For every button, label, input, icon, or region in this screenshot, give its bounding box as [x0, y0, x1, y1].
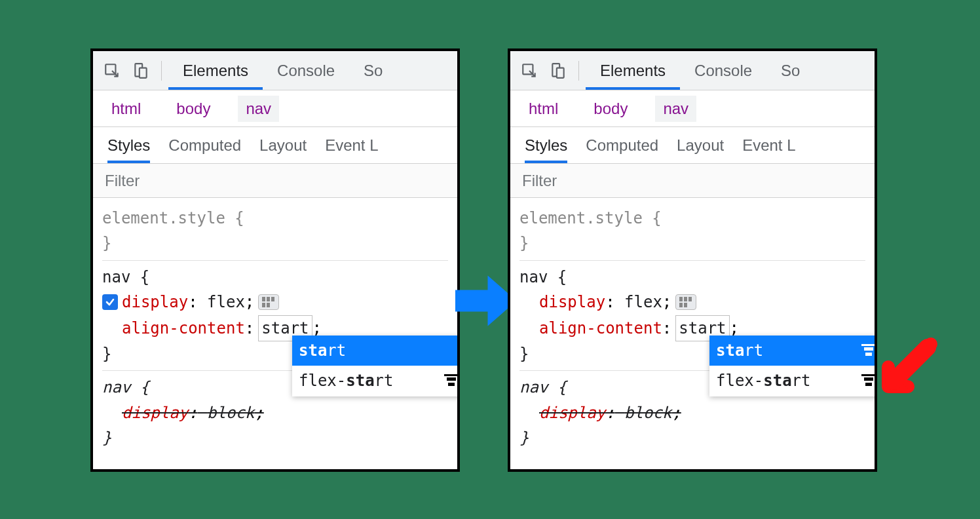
- filter-input[interactable]: Filter: [522, 172, 557, 190]
- suggestion-start[interactable]: start: [292, 336, 460, 366]
- suggestion-flex-start[interactable]: flex-start: [709, 366, 877, 396]
- align-start-icon: [861, 344, 876, 357]
- subtab-computed[interactable]: Computed: [168, 127, 241, 163]
- device-toggle-icon[interactable]: [550, 62, 567, 79]
- subtab-eventlisteners-truncated[interactable]: Event L: [325, 127, 378, 163]
- tab-sources-truncated[interactable]: So: [349, 51, 397, 90]
- breadcrumb: html body nav: [510, 90, 875, 127]
- rule-nav-1[interactable]: nav { display: flex; align-content: star…: [102, 261, 448, 372]
- crumb-body[interactable]: body: [168, 96, 218, 122]
- prop-display[interactable]: display: flex;: [519, 290, 865, 315]
- rule-nav-1[interactable]: nav { display: flex; align-content: star…: [519, 261, 865, 372]
- styles-subtabs: Styles Computed Layout Event L: [93, 127, 457, 164]
- device-toggle-icon[interactable]: [132, 62, 149, 79]
- selector-element-style: element.style {: [102, 209, 244, 227]
- suggestion-flex-start[interactable]: flex-start: [292, 366, 460, 396]
- svg-rect-8: [444, 374, 459, 376]
- svg-rect-20: [864, 347, 873, 351]
- svg-rect-19: [861, 344, 876, 346]
- svg-rect-7: [267, 303, 270, 307]
- selector-nav: nav {: [102, 268, 149, 286]
- breadcrumb: html body nav: [93, 90, 457, 127]
- subtab-eventlisteners-truncated[interactable]: Event L: [742, 127, 795, 163]
- subtab-computed[interactable]: Computed: [586, 127, 658, 163]
- tab-sources-truncated[interactable]: So: [766, 51, 814, 90]
- close-brace: }: [102, 234, 111, 252]
- inspect-icon[interactable]: [104, 62, 121, 79]
- inspect-icon[interactable]: [521, 62, 538, 79]
- filter-input[interactable]: Filter: [105, 172, 140, 190]
- suggestion-start[interactable]: start: [709, 336, 877, 366]
- svg-rect-5: [271, 297, 274, 301]
- selector-nav-ua: nav {: [102, 378, 149, 396]
- devtools-toolbar: Elements Console So: [93, 51, 457, 90]
- crumb-html[interactable]: html: [521, 96, 566, 122]
- close-brace-nav2: }: [102, 429, 111, 447]
- svg-rect-6: [262, 303, 265, 307]
- tab-elements[interactable]: Elements: [168, 51, 263, 90]
- close-brace-nav1: }: [102, 345, 111, 363]
- svg-rect-14: [679, 297, 683, 301]
- svg-rect-23: [864, 377, 873, 381]
- svg-rect-10: [448, 383, 455, 386]
- prop-display[interactable]: display: flex;: [102, 290, 448, 315]
- toolbar-divider: [578, 61, 579, 81]
- align-start-icon: [861, 374, 876, 387]
- tab-console[interactable]: Console: [680, 51, 766, 90]
- svg-rect-3: [262, 297, 265, 301]
- subtab-layout[interactable]: Layout: [259, 127, 307, 163]
- prop-value-flex: flex: [207, 290, 245, 315]
- callout-arrow-icon: [875, 334, 941, 400]
- toolbar-icons: [510, 62, 577, 79]
- subtab-styles[interactable]: Styles: [107, 127, 150, 163]
- toolbar-icons: [93, 62, 160, 79]
- rule-element-style[interactable]: element.style { }: [102, 202, 448, 261]
- svg-rect-2: [140, 67, 147, 77]
- styles-pane: element.style { } nav { display: flex; a…: [510, 198, 875, 464]
- svg-rect-15: [684, 297, 687, 301]
- svg-rect-21: [865, 353, 872, 356]
- prop-display-block: display: block;: [102, 400, 448, 425]
- svg-rect-22: [861, 374, 876, 376]
- devtools-toolbar: Elements Console So: [510, 51, 875, 90]
- svg-rect-13: [557, 67, 564, 77]
- prop-display-block: display: block;: [519, 400, 865, 425]
- crumb-html[interactable]: html: [104, 96, 149, 122]
- property-checkbox[interactable]: [102, 294, 118, 310]
- prop-name-align-content: align-content: [122, 316, 245, 341]
- crumb-nav[interactable]: nav: [655, 96, 696, 122]
- crumb-body[interactable]: body: [586, 96, 635, 122]
- svg-rect-24: [865, 383, 872, 386]
- autocomplete-dropdown: start flex-start: [709, 336, 877, 396]
- subtab-styles[interactable]: Styles: [525, 127, 567, 163]
- svg-rect-17: [679, 303, 683, 307]
- flexbox-editor-icon[interactable]: [675, 294, 696, 310]
- svg-rect-9: [447, 377, 456, 381]
- toolbar-divider: [161, 61, 162, 81]
- svg-rect-18: [684, 303, 687, 307]
- svg-rect-4: [267, 297, 270, 301]
- subtab-layout[interactable]: Layout: [677, 127, 724, 163]
- tab-elements[interactable]: Elements: [586, 51, 680, 90]
- filter-row: Filter: [510, 164, 875, 198]
- prop-name-display: display: [122, 290, 188, 315]
- flexbox-editor-icon[interactable]: [258, 294, 279, 310]
- styles-pane: element.style { } nav { display: flex; a…: [93, 198, 457, 464]
- styles-subtabs: Styles Computed Layout Event L: [510, 127, 875, 164]
- tab-console[interactable]: Console: [263, 51, 349, 90]
- align-start-icon: [444, 374, 459, 387]
- filter-row: Filter: [93, 164, 457, 198]
- autocomplete-dropdown: start flex-start: [292, 336, 460, 396]
- devtools-panel-after: Elements Console So html body nav Styles…: [508, 48, 877, 472]
- rule-element-style[interactable]: element.style { }: [519, 202, 865, 261]
- devtools-panel-before: Elements Console So html body nav Styles…: [90, 48, 460, 472]
- svg-rect-16: [688, 297, 692, 301]
- crumb-nav[interactable]: nav: [238, 96, 279, 122]
